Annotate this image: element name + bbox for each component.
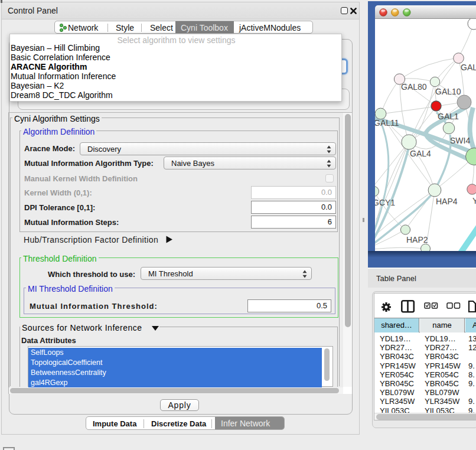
svg-text:SWI4: SWI4	[450, 136, 470, 145]
svg-text:HAP2: HAP2	[406, 235, 428, 244]
svg-text:GAL7: GAL7	[461, 63, 476, 72]
svg-text:GAL10: GAL10	[435, 87, 461, 96]
svg-text:GAL4: GAL4	[410, 149, 431, 158]
svg-text:Y: Y	[472, 196, 476, 206]
svg-text:GAL11: GAL11	[375, 118, 399, 128]
svg-text:GCY1: GCY1	[375, 198, 395, 207]
svg-text:HAP4: HAP4	[436, 197, 458, 206]
svg-text:GAL1: GAL1	[438, 112, 459, 121]
svg-text:GAL80: GAL80	[401, 82, 427, 92]
